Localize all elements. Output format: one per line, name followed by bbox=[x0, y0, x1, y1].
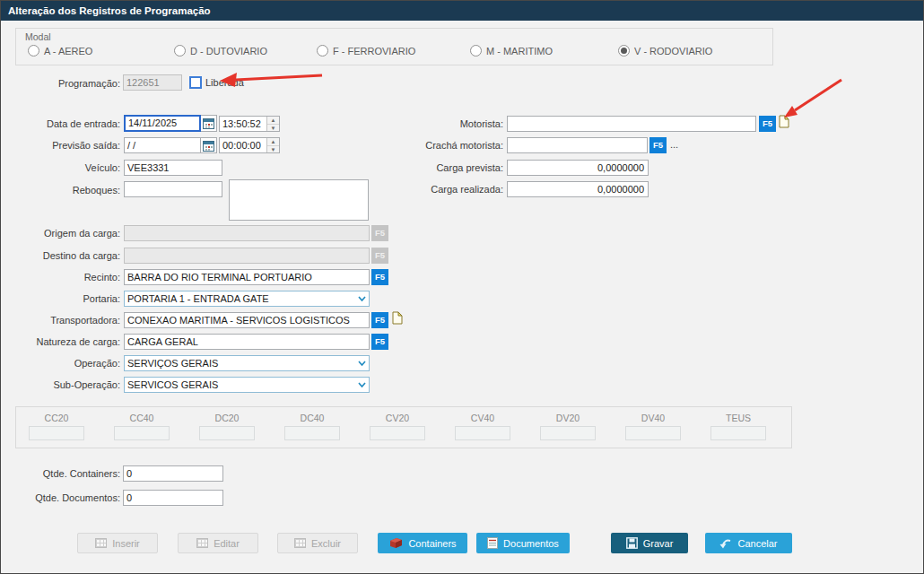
radio-ferroviario[interactable]: F - FERROVIARIO bbox=[317, 45, 415, 57]
qtde-documentos-label: Qtde. Documentos: bbox=[3, 491, 120, 506]
chevron-down-icon bbox=[358, 296, 366, 302]
cancelar-button[interactable]: Cancelar bbox=[705, 533, 792, 553]
col-label-dv40: DV40 bbox=[625, 413, 681, 423]
qtde-documentos-input[interactable]: 0 bbox=[123, 490, 223, 506]
col-label-cc20: CC20 bbox=[29, 413, 84, 423]
qtde-containers-label: Qtde. Containers: bbox=[3, 466, 120, 482]
document-icon[interactable] bbox=[392, 311, 403, 325]
programacao-label: Programação: bbox=[3, 76, 120, 91]
previsao-saida-label: Previsão saída: bbox=[3, 138, 120, 153]
documentos-button[interactable]: Documentos bbox=[476, 533, 570, 553]
col-label-dc40: DC40 bbox=[284, 413, 340, 423]
transportadora-label: Transportadora: bbox=[3, 313, 120, 328]
programacao-input: 122651 bbox=[123, 74, 182, 91]
data-entrada-time-input[interactable]: 13:50:52 ▲ ▼ bbox=[219, 116, 280, 132]
radio-circle-icon bbox=[317, 45, 328, 57]
spinner-down-icon[interactable]: ▼ bbox=[267, 146, 279, 153]
data-entrada-date-input[interactable]: 14/11/2025 bbox=[124, 115, 201, 132]
operacao-select[interactable]: SERVIÇOS GERAIS bbox=[124, 355, 370, 371]
radio-aereo[interactable]: A - AEREO bbox=[28, 45, 92, 57]
liberada-label: Liberada bbox=[205, 75, 259, 91]
col-label-cc40: CC40 bbox=[114, 413, 170, 423]
calendar-icon[interactable] bbox=[201, 115, 217, 132]
motorista-f5-button[interactable]: F5 bbox=[759, 116, 776, 132]
transportadora-input[interactable]: CONEXAO MARITIMA - SERVICOS LOGISTICOS bbox=[124, 312, 370, 328]
calendar-icon[interactable] bbox=[201, 137, 217, 153]
portaria-select[interactable]: PORTARIA 1 - ENTRADA GATE bbox=[124, 291, 370, 307]
natureza-carga-label: Natureza de carga: bbox=[3, 335, 120, 350]
destino-f5-button: F5 bbox=[371, 248, 388, 264]
undo-arrow-icon bbox=[719, 538, 732, 549]
natureza-f5-button[interactable]: F5 bbox=[371, 334, 388, 350]
col-label-teus: TEUS bbox=[710, 413, 766, 423]
previsao-saida-time-input[interactable]: 00:00:00 ▲ ▼ bbox=[219, 137, 280, 153]
count-dv20-input bbox=[540, 426, 596, 440]
application-window: Alteração dos Registros de Programação M… bbox=[0, 0, 924, 574]
transportadora-f5-button[interactable]: F5 bbox=[371, 312, 388, 328]
radio-circle-selected-icon bbox=[618, 45, 630, 57]
destino-carga-label: Destino da carga: bbox=[3, 248, 120, 264]
qtde-containers-input[interactable]: 0 bbox=[123, 465, 223, 482]
radio-dutoviario[interactable]: D - DUTOVIARIO bbox=[174, 45, 267, 57]
count-dc20-input bbox=[199, 426, 255, 440]
gravar-button[interactable]: Gravar bbox=[611, 533, 688, 553]
delete-icon bbox=[294, 538, 306, 548]
origem-carga-input bbox=[124, 225, 370, 241]
origem-f5-button: F5 bbox=[371, 225, 388, 241]
radio-rodoviario[interactable]: V - RODOVIARIO bbox=[618, 45, 712, 57]
spinner-down-icon[interactable]: ▼ bbox=[267, 125, 279, 132]
carga-prevista-input[interactable]: 0,0000000 bbox=[507, 160, 649, 176]
liberada-checkbox[interactable] bbox=[189, 76, 202, 89]
destino-carga-input bbox=[124, 248, 370, 264]
veiculo-label: Veículo: bbox=[3, 161, 120, 176]
previsao-saida-datepicker[interactable]: / / bbox=[124, 137, 217, 153]
editar-button: Editar bbox=[178, 533, 258, 553]
edit-icon bbox=[196, 538, 208, 548]
data-entrada-label: Data de entrada: bbox=[3, 117, 120, 132]
carga-realizada-input[interactable]: 0,0000000 bbox=[507, 181, 649, 197]
count-dc40-input bbox=[284, 426, 340, 440]
cracha-motorista-label: Crachá motorista: bbox=[385, 138, 503, 153]
operacao-label: Operação: bbox=[3, 356, 120, 371]
cracha-f5-button[interactable]: F5 bbox=[649, 137, 667, 153]
cracha-more-button[interactable]: ... bbox=[670, 137, 678, 152]
documents-icon bbox=[487, 537, 498, 549]
col-label-dc20: DC20 bbox=[199, 413, 255, 423]
count-teus-input bbox=[710, 426, 766, 440]
spinner-up-icon[interactable]: ▲ bbox=[267, 138, 279, 146]
reboques-input[interactable] bbox=[124, 181, 222, 197]
recinto-f5-button[interactable]: F5 bbox=[371, 269, 388, 285]
document-icon[interactable] bbox=[779, 115, 789, 128]
previsao-saida-date-input[interactable]: / / bbox=[124, 137, 201, 153]
spinner-up-icon[interactable]: ▲ bbox=[267, 117, 279, 125]
col-label-cv20: CV20 bbox=[370, 413, 425, 423]
natureza-carga-input[interactable]: CARGA GERAL bbox=[124, 334, 370, 350]
time-spinner[interactable]: ▲ ▼ bbox=[266, 117, 279, 131]
count-dv40-input bbox=[625, 426, 681, 440]
inserir-button: Inserir bbox=[77, 533, 158, 553]
reboques-list-textarea[interactable] bbox=[229, 179, 369, 221]
count-cc20-input bbox=[29, 426, 84, 440]
motorista-input[interactable] bbox=[507, 116, 756, 132]
container-counts-groupbox: CC20 CC40 DC20 DC40 CV20 CV40 DV20 DV40 … bbox=[15, 406, 792, 448]
recinto-input[interactable]: BARRA DO RIO TERMINAL PORTUARIO bbox=[124, 269, 370, 285]
excluir-button: Excluir bbox=[277, 533, 358, 553]
window-title: Alteração dos Registros de Programação bbox=[8, 5, 211, 16]
container-box-icon bbox=[388, 537, 403, 549]
sub-operacao-label: Sub-Operação: bbox=[3, 378, 120, 393]
radio-circle-icon bbox=[174, 45, 186, 57]
count-cc40-input bbox=[114, 426, 170, 440]
veiculo-input[interactable]: VEE3331 bbox=[124, 160, 222, 176]
cracha-motorista-input[interactable] bbox=[507, 137, 648, 153]
containers-button[interactable]: Containers bbox=[378, 533, 467, 553]
modal-group-label: Modal bbox=[25, 31, 51, 42]
sub-operacao-select[interactable]: SERVICOS GERAIS bbox=[124, 377, 370, 393]
reboques-label: Reboques: bbox=[3, 183, 120, 198]
col-label-dv20: DV20 bbox=[540, 413, 596, 423]
data-entrada-datepicker[interactable]: 14/11/2025 bbox=[124, 115, 217, 132]
chevron-down-icon bbox=[358, 361, 366, 367]
modal-groupbox: Modal A - AEREO D - DUTOVIARIO F - FERRO… bbox=[15, 28, 773, 65]
radio-maritimo[interactable]: M - MARITIMO bbox=[470, 45, 553, 57]
time-spinner[interactable]: ▲ ▼ bbox=[266, 138, 279, 152]
count-cv20-input bbox=[370, 426, 425, 440]
